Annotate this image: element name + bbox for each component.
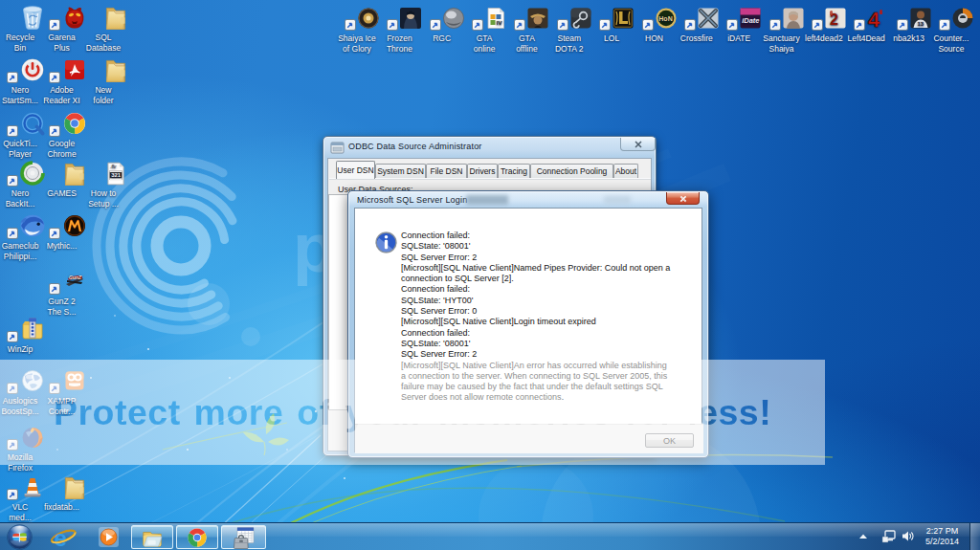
svg-text:e: e (55, 525, 67, 550)
